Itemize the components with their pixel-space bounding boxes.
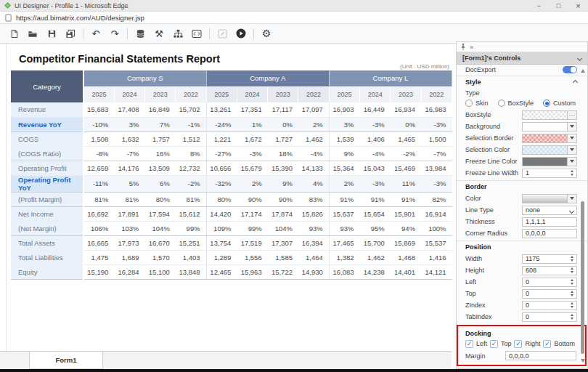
- selection-border-swatch[interactable]: [522, 134, 577, 143]
- address-bar[interactable]: https://aud.bimatrix.com/AUD/designer.js…: [0, 12, 588, 24]
- radio-icon: [543, 100, 550, 107]
- zindex-input[interactable]: 0: [522, 301, 577, 310]
- collapse-icon[interactable]: »: [470, 44, 473, 51]
- table-cell: 15,963: [237, 264, 267, 279]
- spinner-down[interactable]: [571, 294, 573, 296]
- thickness-input[interactable]: 1,1,1,1: [522, 217, 577, 227]
- style-section-header[interactable]: Style: [457, 76, 587, 88]
- border-section-header[interactable]: Border: [457, 180, 587, 193]
- save-icon[interactable]: [42, 26, 61, 41]
- spinner-up[interactable]: [571, 291, 573, 293]
- row-label: Total Liabilities: [11, 250, 83, 264]
- background-swatch[interactable]: [522, 122, 577, 132]
- border-color-swatch[interactable]: [522, 194, 577, 203]
- tools-icon[interactable]: ⚒: [150, 26, 168, 41]
- tabindex-input[interactable]: 0: [522, 312, 577, 322]
- spinner-up[interactable]: [571, 170, 573, 172]
- pin-icon[interactable]: [460, 44, 466, 51]
- table-cell: 1,672: [237, 132, 267, 146]
- field-label: TabIndex: [465, 313, 492, 320]
- dropdown-icon[interactable]: [567, 134, 576, 142]
- table-cell: 15,469: [391, 161, 421, 175]
- ellipsis-button[interactable]: ···: [567, 111, 576, 119]
- bottom-edge: [0, 369, 588, 372]
- new-document-icon[interactable]: [4, 26, 23, 41]
- spinner-down[interactable]: [571, 283, 573, 285]
- spinner-down[interactable]: [571, 271, 573, 273]
- dropdown-icon[interactable]: [567, 195, 576, 203]
- maximize-icon[interactable]: □: [549, 0, 568, 11]
- spinner-up[interactable]: [571, 279, 573, 281]
- spinner-down[interactable]: [571, 306, 573, 308]
- close-icon[interactable]: ×: [568, 0, 588, 11]
- checkbox-label: Top: [501, 340, 512, 347]
- height-input[interactable]: 608: [522, 266, 577, 275]
- radio-custom[interactable]: Custom: [543, 100, 576, 107]
- code-view-icon[interactable]: [187, 26, 206, 41]
- freeze-line-width-input[interactable]: 1: [522, 169, 577, 178]
- width-input[interactable]: 1175: [522, 254, 577, 264]
- top-input[interactable]: 0: [522, 289, 577, 299]
- dockexport-toggle[interactable]: [563, 66, 577, 73]
- table-cell: 2%: [329, 175, 359, 192]
- left-input[interactable]: 0: [522, 278, 577, 287]
- designer-canvas[interactable]: Competitor Financial Statements Report (…: [6, 44, 452, 351]
- table-cell: 2%: [237, 175, 267, 192]
- table-cell: 13,848: [176, 264, 206, 279]
- field-value: 0: [526, 290, 529, 297]
- checkbox-left[interactable]: ✓Left: [465, 340, 487, 348]
- spinner-down[interactable]: [571, 174, 573, 176]
- edit-icon[interactable]: [213, 26, 232, 41]
- checkbox-top[interactable]: ✓Top: [490, 340, 512, 348]
- field-label: Left: [465, 278, 476, 286]
- dropdown-icon[interactable]: [567, 158, 576, 166]
- row-label: (COGS Ratio): [11, 146, 83, 161]
- database-icon[interactable]: [131, 26, 150, 41]
- panel-header[interactable]: [Form1]'s Controls: [457, 52, 587, 65]
- minimize-icon[interactable]: −: [529, 0, 549, 11]
- checkbox-right[interactable]: ✓Right: [514, 340, 540, 348]
- dropdown-icon[interactable]: [567, 146, 576, 154]
- margin-input[interactable]: 0,0,0,0: [505, 351, 576, 360]
- table-cell: 1,689: [114, 250, 144, 264]
- scrollbar-thumb[interactable]: [581, 201, 584, 354]
- settings-icon[interactable]: ⚙: [257, 26, 276, 41]
- corner-radius-input[interactable]: 0,0,0,0: [522, 229, 577, 238]
- tab-form1[interactable]: Form1: [29, 351, 103, 369]
- toolbar-separator: [83, 28, 83, 39]
- scroll-up-icon[interactable]: [581, 69, 585, 73]
- radio-skin[interactable]: Skin: [465, 100, 489, 107]
- freeze-line-color-swatch[interactable]: [522, 157, 577, 166]
- open-folder-icon[interactable]: [23, 26, 42, 41]
- spinner-up[interactable]: [571, 256, 573, 258]
- spinner-down[interactable]: [571, 259, 573, 262]
- spinner-up[interactable]: [571, 314, 573, 316]
- unit-label: (Unit : USD million): [400, 63, 449, 70]
- redo-icon[interactable]: ↷: [105, 26, 124, 41]
- line-type-select[interactable]: none: [522, 206, 577, 215]
- selection-color-swatch[interactable]: [522, 145, 577, 155]
- panel-scrollbar[interactable]: [579, 66, 587, 364]
- position-section-header[interactable]: Position: [457, 240, 587, 253]
- table-cell: 15,679: [237, 161, 267, 175]
- table-cell: 16,903: [329, 102, 359, 117]
- undo-icon[interactable]: ↶: [86, 26, 105, 41]
- run-icon[interactable]: [232, 26, 250, 41]
- scroll-down-icon[interactable]: [581, 359, 585, 363]
- hierarchy-icon[interactable]: [168, 26, 187, 41]
- app-logo-icon: [4, 2, 11, 9]
- chevron-down-icon: [569, 208, 574, 213]
- spinner-down[interactable]: [571, 318, 573, 320]
- radio-boxstyle[interactable]: BoxStyle: [498, 100, 534, 107]
- checkbox-bottom[interactable]: ✓Bottom: [543, 340, 575, 348]
- save-all-icon[interactable]: [61, 26, 80, 41]
- dropdown-icon[interactable]: [567, 123, 576, 131]
- report-table-control[interactable]: CategoryCompany SCompany ACompany L20252…: [11, 70, 452, 280]
- field-value: 0: [526, 302, 529, 309]
- spinner-up[interactable]: [571, 302, 573, 304]
- table-cell: 15,722: [268, 264, 298, 279]
- table-cell: 16,849: [145, 102, 176, 117]
- boxstyle-swatch[interactable]: ···: [522, 110, 577, 120]
- table-cell: 1,757: [145, 132, 176, 146]
- spinner-up[interactable]: [571, 267, 573, 270]
